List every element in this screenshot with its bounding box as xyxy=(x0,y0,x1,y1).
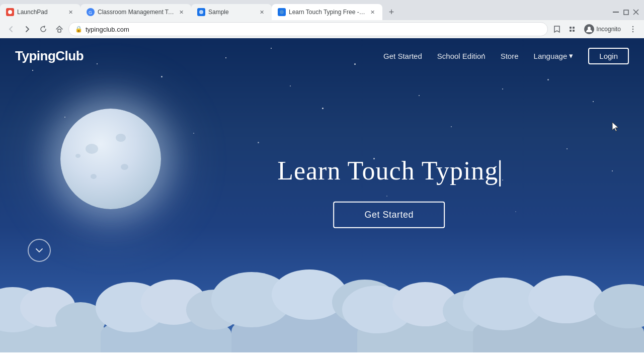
menu-button[interactable] xyxy=(626,22,640,36)
toolbar-actions: Incognito xyxy=(550,22,640,36)
chevron-down-icon: ▾ xyxy=(569,51,573,60)
nav-get-started[interactable]: Get Started xyxy=(383,52,422,60)
bookmark-button[interactable] xyxy=(550,22,564,36)
nav-language[interactable]: Language ▾ xyxy=(534,51,574,60)
hero-title-text: Learn Touch Typing xyxy=(277,156,498,185)
tab-label-classroom: Classroom Management Tools & xyxy=(98,9,174,16)
lock-icon: 🔒 xyxy=(75,26,83,33)
close-button[interactable] xyxy=(632,8,640,16)
tab-close-typingclub[interactable]: ✕ xyxy=(368,8,376,16)
browser-chrome: LaunchPad ✕ G Classroom Management Tools… xyxy=(0,0,644,38)
svg-point-0 xyxy=(8,10,12,14)
back-button[interactable] xyxy=(4,22,18,36)
new-tab-button[interactable]: + xyxy=(384,5,398,19)
moon-decoration xyxy=(60,109,161,209)
svg-text:G: G xyxy=(89,10,92,15)
login-button[interactable]: Login xyxy=(588,48,629,64)
cursor-blink xyxy=(499,160,501,186)
address-bar[interactable]: 🔒 typingclub.com xyxy=(68,22,548,36)
svg-point-16 xyxy=(632,31,633,32)
hero-cta-button[interactable]: Get Started xyxy=(333,201,445,228)
forward-button[interactable] xyxy=(20,22,34,36)
svg-rect-9 xyxy=(570,27,572,29)
svg-rect-8 xyxy=(58,29,61,32)
tab-close-sample[interactable]: ✕ xyxy=(258,8,266,16)
svg-point-14 xyxy=(632,26,633,27)
website: TypingClub Get Started School Edition St… xyxy=(0,38,644,352)
profile-label: Incognito xyxy=(596,26,621,33)
tab-bar: LaunchPad ✕ G Classroom Management Tools… xyxy=(0,0,644,20)
nav-links: Get Started School Edition Store Languag… xyxy=(383,48,629,64)
svg-point-2 xyxy=(199,10,203,14)
tab-favicon-typingclub xyxy=(278,8,286,16)
profile-avatar xyxy=(584,24,594,34)
address-bar-row: 🔒 typingclub.com Incognito xyxy=(0,20,644,38)
site-navigation: TypingClub Get Started School Edition St… xyxy=(0,38,644,73)
tab-favicon-classroom: G xyxy=(87,8,95,16)
minimize-button[interactable] xyxy=(612,8,620,16)
hero-content: Learn Touch Typing Get Started xyxy=(277,155,501,228)
tab-favicon-launchpad xyxy=(6,8,14,16)
svg-rect-4 xyxy=(613,12,619,13)
svg-point-3 xyxy=(280,10,284,14)
svg-rect-10 xyxy=(573,27,575,29)
url-display: typingclub.com xyxy=(86,26,541,33)
nav-store[interactable]: Store xyxy=(501,52,519,60)
tab-typingclub[interactable]: Learn Touch Typing Free - Typing... ✕ xyxy=(272,4,382,20)
chevron-down-icon xyxy=(34,245,44,255)
svg-rect-11 xyxy=(570,30,572,32)
tab-sample[interactable]: Sample ✕ xyxy=(191,4,272,20)
tab-favicon-sample xyxy=(197,8,205,16)
svg-point-15 xyxy=(632,29,633,30)
window-controls xyxy=(612,8,644,16)
tab-classroom[interactable]: G Classroom Management Tools & ✕ xyxy=(80,4,191,20)
svg-rect-12 xyxy=(573,30,575,32)
nav-language-label: Language xyxy=(534,52,568,60)
profile-button[interactable]: Incognito xyxy=(580,22,625,36)
site-logo[interactable]: TypingClub xyxy=(15,48,84,64)
tab-label-sample: Sample xyxy=(208,9,255,16)
svg-rect-5 xyxy=(624,10,628,15)
tab-label-launchpad: LaunchPad xyxy=(17,9,63,16)
hero-title: Learn Touch Typing xyxy=(277,155,501,186)
nav-school-edition[interactable]: School Edition xyxy=(437,52,486,60)
refresh-button[interactable] xyxy=(36,22,50,36)
scroll-down-button[interactable] xyxy=(28,239,51,262)
extensions-button[interactable] xyxy=(565,22,579,36)
home-button[interactable] xyxy=(52,22,66,36)
clouds-layer xyxy=(0,272,644,352)
tab-close-classroom[interactable]: ✕ xyxy=(177,8,185,16)
maximize-button[interactable] xyxy=(622,8,630,16)
tab-launchpad[interactable]: LaunchPad ✕ xyxy=(0,4,80,20)
tab-label-typingclub: Learn Touch Typing Free - Typing... xyxy=(289,9,365,16)
tab-close-launchpad[interactable]: ✕ xyxy=(66,8,74,16)
